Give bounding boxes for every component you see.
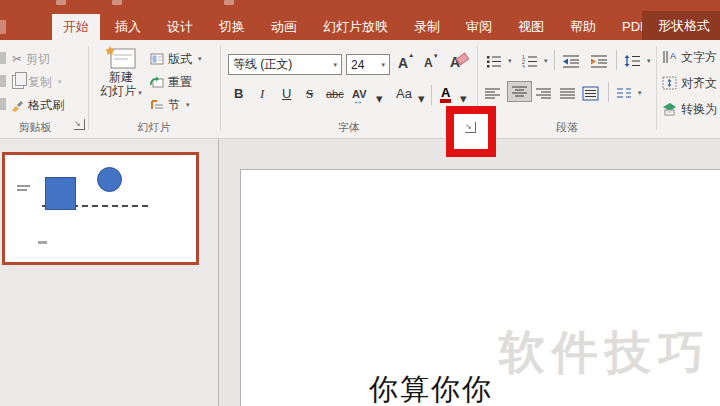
line-spacing-button[interactable]: ▾ xyxy=(624,52,651,70)
font-color-button[interactable]: A xyxy=(440,87,451,103)
new-slide-label-1: 新建 xyxy=(94,70,148,84)
reset-button[interactable]: 重置 xyxy=(150,73,192,91)
tab-transitions[interactable]: 切换 xyxy=(208,14,256,40)
tab-help[interactable]: 帮助 xyxy=(559,14,607,40)
strikethrough-button[interactable]: abc xyxy=(326,86,344,104)
quick-access-icon[interactable] xyxy=(224,0,234,5)
thumbnail-circle-shape xyxy=(97,167,122,192)
paste-button-partial[interactable] xyxy=(0,52,6,64)
divider xyxy=(616,50,617,70)
align-right-button[interactable] xyxy=(535,84,552,102)
align-text-button[interactable]: 对齐文 xyxy=(662,74,717,92)
file-tab-partial[interactable] xyxy=(0,20,6,34)
layout-icon xyxy=(150,53,164,65)
quick-access-icon[interactable] xyxy=(112,0,122,5)
columns-button[interactable]: ▾ xyxy=(616,84,642,102)
reset-icon xyxy=(150,76,164,89)
align-left-button[interactable] xyxy=(484,84,501,102)
paste-button-partial[interactable] xyxy=(0,98,6,110)
svg-text:A: A xyxy=(670,51,676,61)
tab-slideshow[interactable]: 幻灯片放映 xyxy=(312,14,399,40)
clipboard-dialog-launcher-icon[interactable]: ↘ xyxy=(74,119,85,130)
paste-button-partial[interactable] xyxy=(0,75,6,87)
slide-title-text[interactable]: 你算你你 xyxy=(369,370,493,406)
scissors-icon: ✂ xyxy=(12,53,22,65)
distribute-text-button[interactable] xyxy=(582,84,599,102)
chevron-down-icon[interactable]: ▾ xyxy=(376,91,383,109)
chevron-down-icon: ▾ xyxy=(638,89,642,97)
align-right-icon xyxy=(535,87,552,100)
text-direction-button[interactable]: A 文字方 xyxy=(662,48,717,66)
font-group-label: 字体 xyxy=(222,120,476,135)
font-dialog-launcher-icon[interactable]: ↘ xyxy=(465,122,476,133)
section-icon xyxy=(150,99,164,111)
underline-button[interactable]: U xyxy=(282,86,291,104)
section-button[interactable]: 节 ▾ xyxy=(150,96,190,114)
new-slide-label-2: 幻灯片▾ xyxy=(94,84,148,100)
slide-canvas[interactable]: 软件技巧 你算你你 xyxy=(240,169,720,406)
cut-label: 剪切 xyxy=(26,51,50,68)
quick-access-icon[interactable] xyxy=(56,0,66,5)
format-painter-label: 格式刷 xyxy=(28,97,64,114)
tab-home[interactable]: 开始 xyxy=(52,14,100,40)
clear-formatting-button[interactable]: A xyxy=(450,54,460,70)
numbering-button[interactable]: 1 2 3 ▾ xyxy=(522,52,548,70)
thumbnail-rectangle-shape xyxy=(45,177,76,210)
text-direction-label: 文字方 xyxy=(681,49,717,66)
justify-icon xyxy=(559,87,576,100)
align-left-icon xyxy=(484,87,501,100)
font-name-combobox[interactable]: 等线 (正文) ▾ xyxy=(228,54,342,75)
font-name-value: 等线 (正文) xyxy=(233,56,292,73)
font-size-combobox[interactable]: 24 ▾ xyxy=(346,54,390,75)
convert-to-smartart-button[interactable]: 转换为 xyxy=(662,100,717,118)
tab-review[interactable]: 审阅 xyxy=(455,14,503,40)
reset-label: 重置 xyxy=(168,74,192,91)
align-center-icon xyxy=(511,85,528,98)
divider xyxy=(554,50,555,70)
format-painter-button[interactable]: 格式刷 xyxy=(10,96,64,114)
copy-button[interactable]: 复制 ▾ xyxy=(12,73,62,91)
up-arrow-icon: ▲ xyxy=(408,52,414,58)
numbering-icon: 1 2 3 xyxy=(522,54,538,68)
slide-thumbnail-1[interactable] xyxy=(2,152,199,265)
copy-label: 复制 xyxy=(28,74,52,91)
smartart-icon xyxy=(662,102,677,116)
cut-button[interactable]: ✂ 剪切 xyxy=(12,50,50,68)
chevron-down-icon: ▾ xyxy=(381,61,385,69)
tab-insert[interactable]: 插入 xyxy=(104,14,152,40)
justify-button[interactable] xyxy=(559,84,576,102)
decrease-indent-icon xyxy=(562,54,580,68)
increase-indent-button[interactable] xyxy=(590,52,608,70)
bold-button[interactable]: B xyxy=(234,86,243,104)
tab-record[interactable]: 录制 xyxy=(403,14,451,40)
decrease-indent-button[interactable] xyxy=(562,52,580,70)
chevron-down-icon: ▾ xyxy=(138,89,142,96)
text-shadow-button[interactable]: S xyxy=(306,86,313,104)
new-slide-button[interactable]: 新建 幻灯片▾ xyxy=(94,46,148,100)
change-case-button[interactable]: Aa xyxy=(396,86,412,104)
section-label: 节 xyxy=(168,97,180,114)
panel-divider[interactable] xyxy=(218,139,219,406)
ribbon: ✂ 剪切 复制 ▾ 格式刷 剪贴板 ↘ 新建 xyxy=(0,40,720,139)
align-text-icon xyxy=(662,76,677,90)
tab-view[interactable]: 视图 xyxy=(507,14,555,40)
tab-design[interactable]: 设计 xyxy=(156,14,204,40)
chevron-down-icon: ▾ xyxy=(186,101,190,109)
paragraph-group-label: 段落 xyxy=(478,120,656,135)
tab-shape-format[interactable]: 形状格式 xyxy=(642,11,720,40)
decrease-font-size-button[interactable]: A▼ xyxy=(424,56,433,70)
svg-text:3: 3 xyxy=(522,64,525,68)
italic-button[interactable]: I xyxy=(260,86,264,104)
chevron-down-icon[interactable]: ▾ xyxy=(418,91,425,109)
tab-animations[interactable]: 动画 xyxy=(260,14,308,40)
new-slide-icon xyxy=(106,46,136,70)
bullets-button[interactable]: ▾ xyxy=(486,52,512,70)
chevron-down-icon: ▾ xyxy=(58,78,62,86)
convert-smartart-label: 转换为 xyxy=(681,101,717,118)
layout-button[interactable]: 版式 ▾ xyxy=(150,50,202,68)
increase-font-size-button[interactable]: A▲ xyxy=(398,55,408,71)
align-center-button[interactable] xyxy=(507,81,532,102)
bullets-icon xyxy=(486,54,502,68)
group-divider xyxy=(220,46,221,130)
chevron-down-icon: ▾ xyxy=(333,61,337,69)
